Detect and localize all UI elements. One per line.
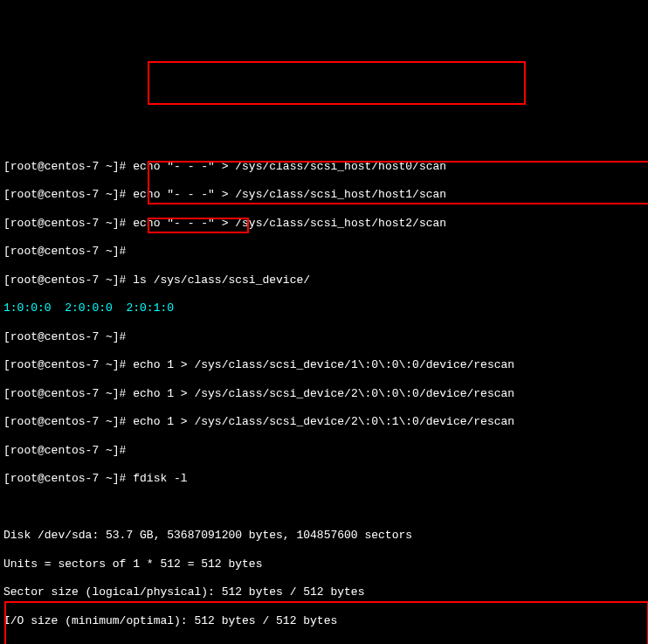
line-rescan-2: [root@centos-7 ~]# echo 1 > /sys/class/s… (3, 387, 645, 401)
highlight-fdisk-command (148, 218, 249, 233)
highlight-rescan-commands (148, 161, 648, 204)
highlight-scan-commands (148, 61, 526, 105)
terminal-window[interactable]: [root@centos-7 ~]# echo "- - -" > /sys/c… (3, 60, 645, 644)
sda-sector-line: Sector size (logical/physical): 512 byte… (3, 585, 645, 599)
line-rescan-3: [root@centos-7 ~]# echo 1 > /sys/class/s… (3, 415, 645, 429)
line-ls-output: 1:0:0:0 2:0:0:0 2:0:1:0 (3, 301, 645, 315)
line-prompt-empty1: [root@centos-7 ~]# (3, 245, 645, 259)
line-echo-host2: [root@centos-7 ~]# echo "- - -" > /sys/c… (3, 217, 645, 231)
line-ls-command: [root@centos-7 ~]# ls /sys/class/scsi_de… (3, 274, 645, 287)
line-prompt-empty3: [root@centos-7 ~]# (3, 444, 645, 458)
line-fdisk-command: [root@centos-7 ~]# fdisk -l (3, 472, 645, 486)
line-prompt-empty2: [root@centos-7 ~]# (3, 330, 645, 344)
sda-units-line: Units = sectors of 1 * 512 = 512 bytes (3, 557, 645, 571)
highlight-sdb-disk (4, 601, 648, 644)
line-rescan-1: [root@centos-7 ~]# echo 1 > /sys/class/s… (3, 358, 645, 372)
blank-line (3, 501, 645, 515)
sda-disk-line: Disk /dev/sda: 53.7 GB, 53687091200 byte… (3, 529, 645, 543)
